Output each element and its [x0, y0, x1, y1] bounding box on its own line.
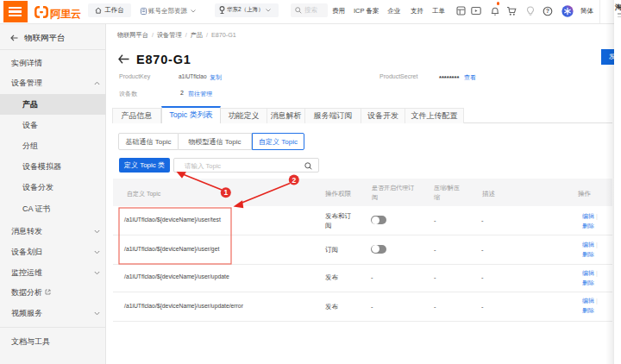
svg-text:1: 1 — [223, 188, 228, 197]
svg-text:2: 2 — [292, 176, 296, 185]
